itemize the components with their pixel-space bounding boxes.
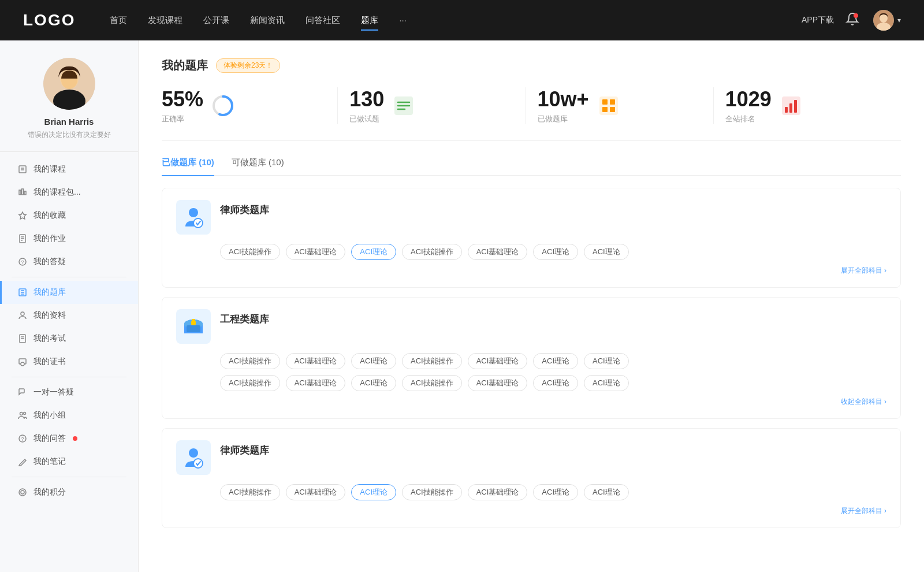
tag-2-1[interactable]: ACI基础理论 <box>286 353 346 369</box>
nav-news[interactable]: 新闻资讯 <box>250 13 285 28</box>
svg-rect-46 <box>602 107 608 112</box>
done-b-label: 已做题库 <box>538 114 589 124</box>
nav-qa[interactable]: 问答社区 <box>305 13 340 28</box>
tag-2-4[interactable]: ACI基础理论 <box>468 353 528 369</box>
tag-1-0[interactable]: ACI技能操作 <box>220 244 280 260</box>
menu-divider-3 <box>12 477 126 477</box>
qbank-card-3-header: 律师类题库 <box>176 440 886 475</box>
tag-2-3[interactable]: ACI技能操作 <box>402 353 462 369</box>
nav-qbank[interactable]: 题库 <box>361 13 378 28</box>
user-avatar-header[interactable]: ▾ <box>873 10 901 31</box>
qbank-tags-2-row2: ACI技能操作 ACI基础理论 ACI理论 ACI技能操作 ACI基础理论 AC… <box>220 375 886 391</box>
collapse-link-2[interactable]: 收起全部科目 › <box>176 397 886 407</box>
done-b-values: 10w+ 已做题库 <box>538 87 589 124</box>
tag-2-r2-2[interactable]: ACI理论 <box>351 375 396 391</box>
chart-icon <box>780 94 803 117</box>
done-q-value: 130 <box>349 87 384 112</box>
notification-bell[interactable] <box>845 12 862 28</box>
tag-2-r2-3[interactable]: ACI技能操作 <box>402 375 462 391</box>
sidebar-item-my-qa[interactable]: ? 我的答疑 <box>0 250 138 273</box>
sidebar-item-my-collect[interactable]: 我的收藏 <box>0 204 138 227</box>
svg-point-53 <box>193 218 203 228</box>
svg-rect-12 <box>22 189 24 195</box>
accuracy-values: 55% 正确率 <box>162 87 203 124</box>
sidebar-item-my-cert[interactable]: 我的证书 <box>0 350 138 373</box>
svg-point-0 <box>854 13 858 18</box>
sidebar-item-my-profile[interactable]: 我的资料 <box>0 304 138 327</box>
sidebar-item-my-question[interactable]: ? 我的问答 <box>0 427 138 450</box>
tag-2-5[interactable]: ACI理论 <box>533 353 578 369</box>
tag-1-6[interactable]: ACI理论 <box>584 244 629 260</box>
app-download-link[interactable]: APP下载 <box>802 15 834 25</box>
sidebar-label-my-exam: 我的考试 <box>33 333 66 344</box>
tag-2-r2-4[interactable]: ACI基础理论 <box>468 375 528 391</box>
tag-3-2[interactable]: ACI理论 <box>351 484 396 500</box>
sidebar-item-my-group[interactable]: 我的小组 <box>0 404 138 427</box>
tag-2-r2-1[interactable]: ACI基础理论 <box>286 375 346 391</box>
nav-more[interactable]: ··· <box>399 13 407 28</box>
tag-3-1[interactable]: ACI基础理论 <box>286 484 346 500</box>
tab-available-banks[interactable]: 可做题库 (10) <box>232 157 284 175</box>
tag-3-5[interactable]: ACI理论 <box>533 484 578 500</box>
homework-icon <box>17 233 28 244</box>
exam-icon <box>17 333 28 344</box>
expand-link-1[interactable]: 展开全部科目 › <box>176 266 886 276</box>
svg-marker-14 <box>19 212 26 219</box>
sidebar-item-my-package[interactable]: 我的课程包... <box>0 181 138 204</box>
sidebar-label-my-course: 我的课程 <box>33 164 66 174</box>
menu-divider-1 <box>12 277 126 277</box>
tag-2-6[interactable]: ACI理论 <box>584 353 629 369</box>
svg-point-30 <box>21 362 24 366</box>
tag-3-6[interactable]: ACI理论 <box>584 484 629 500</box>
svg-rect-47 <box>610 107 615 112</box>
trial-badge: 体验剩余23天！ <box>216 58 280 73</box>
nav-opencourse[interactable]: 公开课 <box>203 13 229 28</box>
sidebar-item-my-course[interactable]: 我的课程 <box>0 158 138 181</box>
tag-3-3[interactable]: ACI技能操作 <box>402 484 462 500</box>
sidebar-item-my-homework[interactable]: 我的作业 <box>0 227 138 250</box>
tag-2-r2-0[interactable]: ACI技能操作 <box>220 375 280 391</box>
tag-1-4[interactable]: ACI基础理论 <box>468 244 528 260</box>
tag-3-4[interactable]: ACI基础理论 <box>468 484 528 500</box>
tag-1-2[interactable]: ACI理论 <box>351 244 396 260</box>
sidebar-item-my-points[interactable]: 我的积分 <box>0 481 138 504</box>
sidebar: Brian Harris 错误的决定比没有决定要好 我的课程 <box>0 40 139 572</box>
tabs-row: 已做题库 (10) 可做题库 (10) <box>162 157 901 176</box>
svg-point-61 <box>193 459 203 468</box>
sidebar-item-one-on-one[interactable]: 一对一答疑 <box>0 381 138 404</box>
logo[interactable]: LOGO <box>23 11 75 29</box>
sidebar-label-my-points: 我的积分 <box>33 487 66 497</box>
page-header: 我的题库 体验剩余23天！ <box>162 58 901 73</box>
tag-2-0[interactable]: ACI技能操作 <box>220 353 280 369</box>
stat-accuracy: 55% 正确率 <box>162 87 338 124</box>
user-profile: Brian Harris 错误的决定比没有决定要好 <box>0 58 138 152</box>
svg-point-35 <box>19 489 26 496</box>
tag-2-2[interactable]: ACI理论 <box>351 353 396 369</box>
group-icon <box>17 410 28 421</box>
question-icon: ? <box>17 433 28 444</box>
user-motto: 错误的决定比没有决定要好 <box>16 130 122 140</box>
done-q-values: 130 已做试题 <box>349 87 384 124</box>
tag-1-1[interactable]: ACI基础理论 <box>286 244 346 260</box>
nav-discover[interactable]: 发现课程 <box>148 13 182 28</box>
svg-rect-51 <box>794 100 797 113</box>
sidebar-label-my-package: 我的课程包... <box>33 187 81 198</box>
tag-1-3[interactable]: ACI技能操作 <box>402 244 462 260</box>
tag-2-r2-6[interactable]: ACI理论 <box>584 375 629 391</box>
user-name: Brian Harris <box>44 117 94 127</box>
svg-rect-57 <box>187 325 200 332</box>
accuracy-label: 正确率 <box>162 114 203 124</box>
tag-1-5[interactable]: ACI理论 <box>533 244 578 260</box>
sidebar-item-my-notes[interactable]: 我的笔记 <box>0 450 138 473</box>
tab-done-banks[interactable]: 已做题库 (10) <box>162 157 214 175</box>
tag-3-0[interactable]: ACI技能操作 <box>220 484 280 500</box>
list-icon <box>392 94 415 117</box>
rank-value: 1029 <box>725 87 772 112</box>
sidebar-item-my-qbank[interactable]: 我的题库 <box>0 281 138 304</box>
tag-2-r2-5[interactable]: ACI理论 <box>533 375 578 391</box>
sidebar-item-my-exam[interactable]: 我的考试 <box>0 327 138 350</box>
expand-link-3[interactable]: 展开全部科目 › <box>176 506 886 516</box>
qbank-icon-2 <box>176 309 211 344</box>
nav-home[interactable]: 首页 <box>110 13 127 28</box>
sidebar-label-my-collect: 我的收藏 <box>33 210 66 221</box>
